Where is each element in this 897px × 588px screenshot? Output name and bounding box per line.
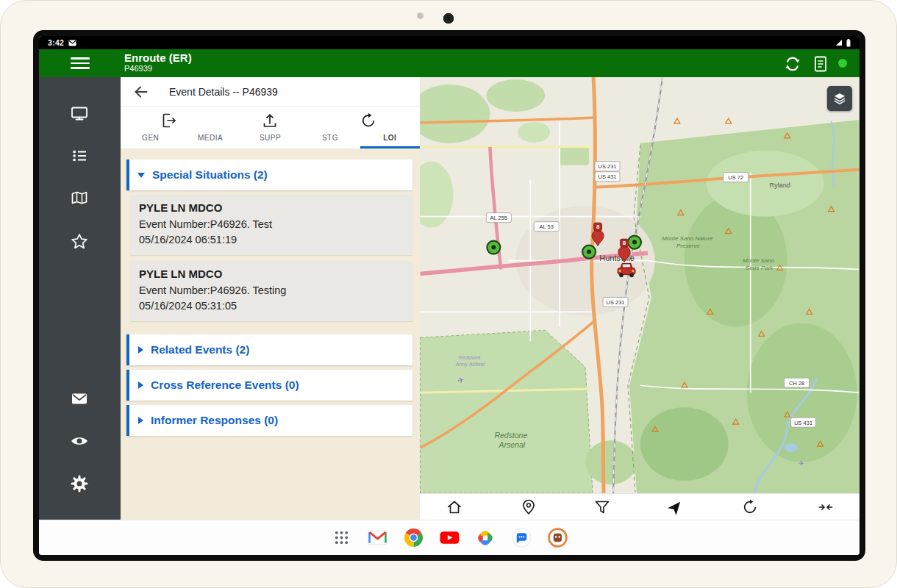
signal-icon bbox=[835, 39, 843, 46]
sync-icon[interactable] bbox=[783, 54, 802, 74]
navigate-icon[interactable] bbox=[667, 498, 685, 516]
svg-text:AL 53: AL 53 bbox=[540, 223, 554, 230]
section-informer-responses[interactable]: Informer Responses (0) bbox=[126, 405, 412, 436]
layers-icon bbox=[832, 90, 848, 107]
star-icon[interactable] bbox=[70, 232, 89, 251]
photos-icon[interactable] bbox=[476, 528, 496, 548]
collapse-icon[interactable] bbox=[817, 498, 835, 516]
accent-bar bbox=[126, 334, 129, 365]
section-title: Informer Responses (0) bbox=[151, 414, 278, 427]
chevron-right-icon bbox=[138, 381, 143, 389]
item-timestamp: 05/16/2024 06:51:19 bbox=[139, 232, 404, 248]
section-title: Special Situations (2) bbox=[152, 168, 268, 182]
section-related-events[interactable]: Related Events (2) bbox=[126, 334, 412, 365]
mail-icon[interactable] bbox=[70, 389, 89, 408]
online-status-dot bbox=[837, 58, 848, 68]
item-detail: Event Number:P46926. Testing bbox=[139, 283, 404, 298]
map-icon[interactable] bbox=[70, 189, 89, 208]
item-title: PYLE LN MDCO bbox=[139, 201, 404, 214]
gmail-icon[interactable] bbox=[368, 528, 387, 548]
pin-badge: 8 bbox=[596, 223, 600, 230]
monitor-icon[interactable] bbox=[70, 104, 89, 123]
chevron-right-icon bbox=[138, 346, 143, 354]
youtube-icon[interactable] bbox=[440, 528, 460, 548]
taskbar bbox=[39, 520, 860, 555]
park-label: Monte Sano State Park bbox=[743, 257, 776, 271]
pin-badge: 8 bbox=[623, 240, 626, 246]
tab-bar: GEN MEDIA SUPP STG LOI bbox=[121, 107, 420, 149]
unit-marker-green[interactable] bbox=[487, 241, 500, 254]
map[interactable]: ✈ ✈ Huntsville Monte Sano Nature Preserv… bbox=[420, 77, 860, 493]
section-cross-reference-events[interactable]: Cross Reference Events (0) bbox=[126, 370, 412, 401]
map-canvas[interactable]: ✈ ✈ Huntsville Monte Sano Nature Preserv… bbox=[420, 77, 860, 493]
report-icon[interactable] bbox=[811, 54, 830, 74]
list-icon[interactable] bbox=[70, 146, 89, 165]
chevron-right-icon bbox=[138, 417, 143, 424]
filter-icon[interactable] bbox=[593, 498, 611, 516]
status-bar: 3:42 bbox=[39, 36, 860, 49]
accent-bar bbox=[126, 405, 129, 436]
menu-icon[interactable] bbox=[71, 55, 90, 71]
app-bar: Enroute (ER) P46939 bbox=[39, 49, 860, 77]
camera-dot bbox=[417, 12, 424, 19]
section-special-situations[interactable]: Special Situations (2) bbox=[126, 159, 412, 190]
svg-text:US 72: US 72 bbox=[728, 174, 743, 181]
location-pin-icon[interactable] bbox=[520, 498, 537, 516]
export-icon bbox=[160, 112, 177, 129]
back-icon[interactable] bbox=[132, 83, 150, 101]
messages-icon[interactable] bbox=[512, 528, 532, 548]
notification-icon bbox=[68, 40, 76, 46]
page-title: Event Details -- P46939 bbox=[169, 86, 278, 98]
clock: 3:42 bbox=[48, 38, 64, 47]
tab-media[interactable]: MEDIA bbox=[180, 107, 240, 148]
airport-icon: ✈ bbox=[798, 459, 804, 467]
upload-icon bbox=[261, 112, 279, 129]
sidebar bbox=[39, 77, 121, 520]
active-tab-underline bbox=[360, 146, 420, 148]
app-subtitle: P46939 bbox=[124, 64, 192, 74]
svg-text:US 231: US 231 bbox=[607, 299, 625, 306]
refresh-tab-icon bbox=[360, 112, 377, 129]
airfield-label: Redstone Army Airfield bbox=[455, 355, 485, 368]
section-title: Cross Reference Events (0) bbox=[151, 379, 299, 392]
camera-lens bbox=[443, 13, 454, 24]
item-timestamp: 05/16/2024 05:31:05 bbox=[139, 298, 404, 314]
gear-icon[interactable] bbox=[70, 474, 89, 493]
screen: 3:42 Enroute (ER) P46939 bbox=[39, 36, 860, 555]
svg-text:US 231: US 231 bbox=[598, 163, 617, 170]
eye-icon[interactable] bbox=[70, 431, 89, 451]
layers-button[interactable] bbox=[827, 86, 852, 111]
map-toolbar bbox=[420, 493, 860, 520]
tablet-bezel: 3:42 Enroute (ER) P46939 bbox=[0, 0, 897, 588]
svg-text:AL 255: AL 255 bbox=[490, 215, 507, 221]
tablet-frame: 3:42 Enroute (ER) P46939 bbox=[33, 30, 865, 561]
accent-bar bbox=[126, 370, 129, 401]
svg-text:CH 28: CH 28 bbox=[789, 380, 804, 387]
battery-icon bbox=[846, 39, 851, 47]
chevron-down-icon bbox=[137, 173, 145, 178]
tab-stg[interactable]: STG bbox=[300, 107, 360, 148]
event-panel: Event Details -- P46939 GEN bbox=[121, 77, 420, 520]
town-label: Ryland bbox=[770, 182, 790, 189]
app-title: Enroute (ER) bbox=[124, 51, 192, 64]
arsenal-label: Redstone Arsenal bbox=[494, 431, 529, 449]
special-situation-item[interactable]: PYLE LN MDCO Event Number:P46926. Testin… bbox=[130, 261, 412, 321]
item-detail: Event Number:P46926. Test bbox=[139, 217, 404, 232]
refresh-icon[interactable] bbox=[741, 498, 759, 516]
unit-marker-green[interactable] bbox=[582, 245, 596, 259]
orange-app-icon[interactable] bbox=[548, 528, 568, 548]
special-situation-item[interactable]: PYLE LN MDCO Event Number:P46926. Test 0… bbox=[130, 195, 412, 255]
accent-bar bbox=[126, 159, 129, 190]
chrome-icon[interactable] bbox=[404, 528, 424, 548]
app-drawer-icon[interactable] bbox=[332, 528, 351, 548]
event-panel-header: Event Details -- P46939 bbox=[121, 77, 420, 107]
home-icon[interactable] bbox=[446, 498, 463, 516]
item-title: PYLE LN MDCO bbox=[139, 268, 404, 280]
unit-marker-green[interactable] bbox=[628, 236, 641, 249]
svg-text:US 431: US 431 bbox=[794, 420, 812, 426]
section-title: Related Events (2) bbox=[151, 343, 249, 356]
svg-text:US 431: US 431 bbox=[598, 173, 617, 180]
